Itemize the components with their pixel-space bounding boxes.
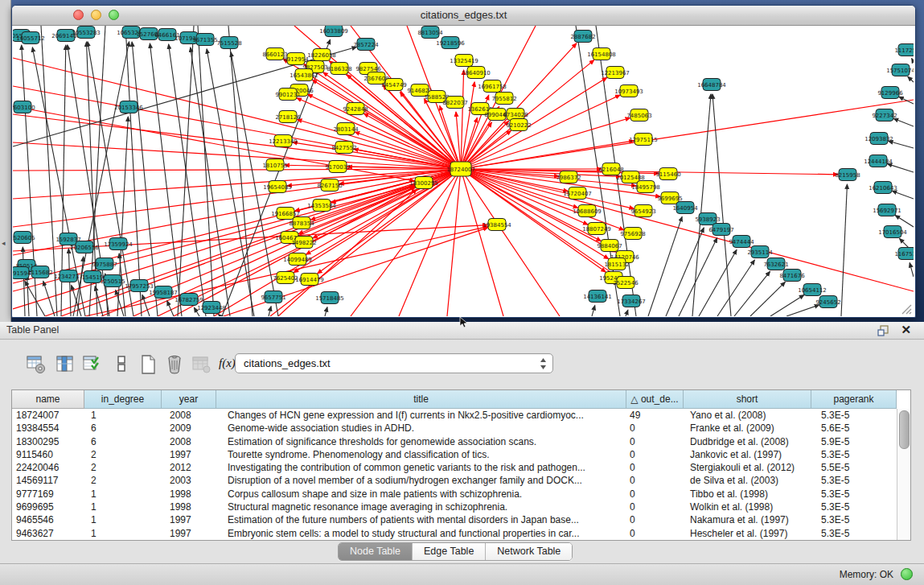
table-row[interactable]: 969969511998Structural magnetic resonanc… bbox=[12, 501, 897, 513]
cell-year[interactable]: 2012 bbox=[162, 461, 216, 474]
cell-name[interactable]: 9699695 bbox=[12, 501, 84, 513]
cell-in_degree[interactable]: 2 bbox=[84, 448, 162, 461]
cell-name[interactable]: 9463627 bbox=[12, 527, 84, 540]
cell-title[interactable]: Estimation of the future numbers of pati… bbox=[216, 513, 626, 526]
cell-pagerank[interactable]: 5.3E-5 bbox=[811, 409, 897, 422]
cell-out_de[interactable]: 0 bbox=[626, 527, 684, 540]
cell-short[interactable]: de Silva et al. (2003) bbox=[684, 474, 811, 487]
network-graph[interactable]: 1872400786601238912954182260589827503818… bbox=[13, 26, 914, 316]
cell-year[interactable]: 1997 bbox=[162, 527, 216, 540]
close-panel-icon[interactable]: ✕ bbox=[901, 323, 911, 337]
cell-name[interactable]: 22420046 bbox=[12, 461, 84, 474]
cell-in_degree[interactable]: 2 bbox=[84, 461, 162, 474]
tab-network-table[interactable]: Network Table bbox=[486, 543, 572, 560]
cell-short[interactable]: Stergiakouli et al. (2012) bbox=[684, 461, 811, 474]
cell-name[interactable]: 14569117 bbox=[12, 474, 84, 487]
cell-in_degree[interactable]: 1 bbox=[84, 513, 162, 526]
table-selector-dropdown[interactable]: citations_edges.txt bbox=[235, 353, 553, 373]
cell-pagerank[interactable]: 5.3E-5 bbox=[811, 474, 897, 487]
cell-out_de[interactable]: 0 bbox=[626, 448, 684, 461]
cell-pagerank[interactable]: 5.3E-5 bbox=[811, 501, 897, 513]
scrollbar-thumb[interactable] bbox=[899, 410, 910, 449]
cell-in_degree[interactable]: 1 bbox=[84, 488, 162, 501]
cell-pagerank[interactable]: 5.3E-5 bbox=[811, 488, 897, 501]
cell-year[interactable]: 2009 bbox=[162, 422, 216, 435]
cell-name[interactable]: 19384554 bbox=[12, 422, 84, 435]
cell-year[interactable]: 2008 bbox=[162, 409, 216, 422]
network-window-titlebar[interactable]: citations_edges.txt bbox=[12, 6, 915, 26]
cell-title[interactable]: Estimation of significance thresholds fo… bbox=[216, 435, 626, 448]
network-canvas[interactable]: 1872400786601238912954182260589827503818… bbox=[13, 26, 914, 316]
cell-short[interactable]: Jankovic et al. (1997) bbox=[684, 448, 811, 461]
cell-name[interactable]: 9115460 bbox=[12, 448, 84, 461]
cell-title[interactable]: Corpus callosum shape and size in male p… bbox=[216, 488, 626, 501]
cell-out_de[interactable]: 0 bbox=[626, 501, 684, 513]
cell-in_degree[interactable]: 6 bbox=[84, 422, 162, 435]
column-header-2[interactable]: year bbox=[162, 390, 216, 409]
cell-title[interactable]: Genome-wide association studies in ADHD. bbox=[216, 422, 626, 435]
cell-out_de[interactable]: 0 bbox=[626, 461, 684, 474]
column-header-1[interactable]: in_degree bbox=[84, 390, 162, 409]
table-settings-button[interactable] bbox=[26, 354, 47, 375]
table-row[interactable]: 1938455462009Genome-wide association stu… bbox=[12, 422, 897, 435]
cell-year[interactable]: 1998 bbox=[162, 488, 216, 501]
table-row[interactable]: 977716911998Corpus callosum shape and si… bbox=[12, 488, 897, 501]
cell-title[interactable]: Disruption of a novel member of a sodium… bbox=[216, 474, 626, 487]
left-splitter[interactable]: ◂ bbox=[0, 0, 11, 322]
cell-year[interactable]: 1997 bbox=[162, 513, 216, 526]
cell-short[interactable]: Franke et al. (2009) bbox=[684, 422, 811, 435]
cell-year[interactable]: 1998 bbox=[162, 501, 216, 513]
cell-pagerank[interactable]: 5.3E-5 bbox=[811, 513, 897, 526]
cell-out_de[interactable]: 0 bbox=[626, 422, 684, 435]
cell-pagerank[interactable]: 5.3E-5 bbox=[811, 527, 897, 540]
cell-out_de[interactable]: 0 bbox=[626, 513, 684, 526]
cell-in_degree[interactable]: 1 bbox=[84, 409, 162, 422]
column-header-3[interactable]: title bbox=[216, 390, 626, 409]
cell-pagerank[interactable]: 5.9E-5 bbox=[811, 435, 897, 448]
cell-short[interactable]: Nakamura et al. (1997) bbox=[684, 513, 811, 526]
table-row[interactable]: 1872400712008Changes of HCN gene express… bbox=[12, 409, 897, 422]
cell-out_de[interactable]: 0 bbox=[626, 488, 684, 501]
cell-name[interactable]: 18300295 bbox=[12, 435, 84, 448]
memory-ok-indicator[interactable] bbox=[901, 568, 913, 580]
cell-out_de[interactable]: 49 bbox=[626, 409, 684, 422]
column-header-0[interactable]: name bbox=[12, 390, 84, 409]
cell-out_de[interactable]: 0 bbox=[626, 474, 684, 487]
cell-short[interactable]: Hescheler et al. (1997) bbox=[684, 527, 811, 540]
cell-name[interactable]: 9465546 bbox=[12, 513, 84, 526]
cell-pagerank[interactable]: 5.3E-5 bbox=[811, 448, 897, 461]
cell-out_de[interactable]: 0 bbox=[626, 435, 684, 448]
cell-year[interactable]: 2008 bbox=[162, 435, 216, 448]
cell-short[interactable]: Yano et al. (2008) bbox=[684, 409, 811, 422]
window-resize-grip[interactable] bbox=[899, 302, 912, 315]
cell-title[interactable]: Embryonic stem cells: a model to study s… bbox=[216, 527, 626, 540]
tab-node-table[interactable]: Node Table bbox=[339, 543, 413, 560]
row-height-button[interactable] bbox=[111, 354, 132, 375]
cell-year[interactable]: 2003 bbox=[162, 474, 216, 487]
show-columns-button[interactable] bbox=[55, 354, 76, 375]
table-row[interactable]: 946554611997Estimation of the future num… bbox=[12, 513, 897, 526]
delete-table-button[interactable] bbox=[191, 354, 212, 375]
cell-pagerank[interactable]: 5.6E-5 bbox=[811, 422, 897, 435]
cell-in_degree[interactable]: 6 bbox=[84, 435, 162, 448]
graph-nodes[interactable]: 1872400786601238912954182260589827503818… bbox=[13, 26, 914, 314]
cell-short[interactable]: Dudbridge et al. (2008) bbox=[684, 435, 811, 448]
cell-title[interactable]: Changes of HCN gene expression and I(f) … bbox=[216, 409, 626, 422]
cell-in_degree[interactable]: 2 bbox=[84, 474, 162, 487]
tab-edge-table[interactable]: Edge Table bbox=[413, 543, 486, 560]
collapse-left-icon[interactable]: ◂ bbox=[2, 240, 6, 247]
cell-in_degree[interactable]: 1 bbox=[84, 501, 162, 513]
cell-title[interactable]: Structural magnetic resonance image aver… bbox=[216, 501, 626, 513]
cell-in_degree[interactable]: 1 bbox=[84, 527, 162, 540]
select-rows-button[interactable] bbox=[82, 354, 103, 375]
cell-name[interactable]: 18724007 bbox=[12, 409, 84, 422]
new-column-button[interactable] bbox=[138, 354, 159, 375]
cell-year[interactable]: 1997 bbox=[162, 448, 216, 461]
cell-title[interactable]: Tourette syndrome. Phenomenology and cla… bbox=[216, 448, 626, 461]
cell-pagerank[interactable]: 5.5E-5 bbox=[811, 461, 897, 474]
table-row[interactable]: 2242004622012Investigating the contribut… bbox=[12, 461, 897, 474]
table-row[interactable]: 1830029562008Estimation of significance … bbox=[12, 435, 897, 448]
cell-short[interactable]: Tibbo et al. (1998) bbox=[684, 488, 811, 501]
vertical-scrollbar[interactable] bbox=[897, 409, 910, 540]
cell-short[interactable]: Wolkin et al. (1998) bbox=[684, 501, 811, 513]
